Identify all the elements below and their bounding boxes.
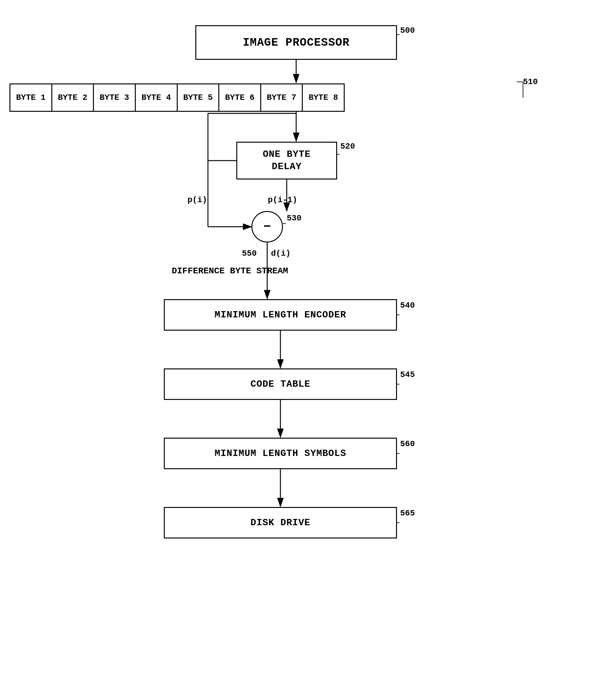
ref-540: 540	[400, 301, 415, 310]
ref-530: 530	[287, 214, 302, 223]
code-table-label: CODE TABLE	[250, 379, 310, 390]
min-length-encoder-label: MINIMUM LENGTH ENCODER	[215, 309, 346, 320]
subtractor-circle: −	[252, 211, 283, 243]
one-byte-delay-label: ONE BYTEDELAY	[263, 148, 311, 173]
diff-stream-label: DIFFERENCE BYTE STREAM	[172, 266, 288, 276]
min-length-symbols-box: MINIMUM LENGTH SYMBOLS	[164, 438, 397, 469]
min-length-encoder-box: MINIMUM LENGTH ENCODER	[164, 299, 397, 331]
ref-545: 545	[400, 370, 415, 379]
byte-7: BYTE 7	[261, 84, 303, 111]
disk-drive-box: DISK DRIVE	[164, 507, 397, 539]
disk-drive-label: DISK DRIVE	[250, 517, 310, 528]
byte-4: BYTE 4	[136, 84, 178, 111]
ref-500: 500	[400, 26, 415, 35]
byte-6: BYTE 6	[219, 84, 261, 111]
code-table-box: CODE TABLE	[164, 369, 397, 400]
ref-565: 565	[400, 508, 415, 518]
byte-3: BYTE 3	[94, 84, 136, 111]
pi1-label: p(i-1)	[268, 195, 297, 205]
byte-2: BYTE 2	[52, 84, 94, 111]
min-length-symbols-label: MINIMUM LENGTH SYMBOLS	[215, 448, 346, 459]
image-processor-box: IMAGE PROCESSOR	[195, 25, 397, 60]
ref-520: 520	[340, 142, 355, 151]
byte-row: BYTE 1 BYTE 2 BYTE 3 BYTE 4 BYTE 5 BYTE …	[9, 83, 345, 112]
ref-510: 510	[523, 77, 538, 86]
ref-550: 550	[242, 249, 257, 258]
ref-560: 560	[400, 439, 415, 449]
byte-8: BYTE 8	[303, 84, 344, 111]
byte-5: BYTE 5	[178, 84, 220, 111]
image-processor-label: IMAGE PROCESSOR	[243, 36, 350, 49]
pi-label: p(i)	[188, 195, 207, 205]
diagram: IMAGE PROCESSOR 500 510 BYTE 1 BYTE 2 BY…	[0, 0, 598, 700]
byte-1: BYTE 1	[10, 84, 52, 111]
one-byte-delay-box: ONE BYTEDELAY	[236, 142, 337, 179]
minus-symbol: −	[263, 220, 271, 234]
di-label: d(i)	[271, 249, 290, 258]
